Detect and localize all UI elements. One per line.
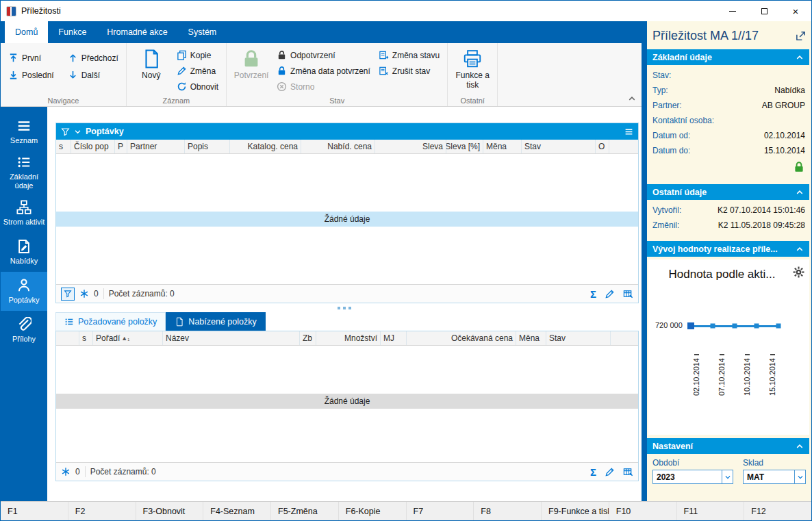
section-title: Ostatní údaje (652, 188, 707, 197)
column-header[interactable]: Stav (522, 140, 596, 153)
maximize-button[interactable] (748, 1, 780, 21)
pencil-icon (177, 66, 187, 76)
change-state-button[interactable]: Změna stavu (377, 48, 442, 62)
chevron-down-icon[interactable] (74, 128, 81, 136)
column-header[interactable]: Partner (127, 140, 185, 153)
column-header[interactable]: Stav (546, 331, 611, 345)
state-cancel-icon (379, 66, 389, 76)
sidebar-item-nabidky[interactable]: Nabídky (1, 233, 47, 272)
column-header[interactable]: Nabíd. cena (301, 140, 375, 153)
fkey-f3[interactable]: F3-Obnovit (136, 502, 204, 520)
field-vytvoril: Vytvořil:K2 07.10.2014 15:01:46 (652, 203, 805, 218)
filter-toggle-button[interactable] (61, 288, 75, 301)
fkey-f12[interactable]: F12 (744, 502, 811, 520)
sum-sigma-icon[interactable]: Σ (590, 467, 596, 477)
ribbon-tab-system[interactable]: Systém (178, 21, 227, 43)
fkey-f5[interactable]: F5-Změna (271, 502, 339, 520)
ribbon-collapse-chevron-icon[interactable] (628, 94, 636, 103)
column-header[interactable]: Sleva (375, 140, 446, 153)
section-header-nastaveni[interactable]: Nastavení (647, 438, 809, 454)
fkey-f10[interactable]: F10 (609, 502, 677, 520)
tab-nabizene-polozky[interactable]: Nabízené položky (166, 312, 265, 331)
column-header[interactable]: MJ (381, 331, 407, 345)
ribbon-tab-domu[interactable]: Domů (5, 21, 48, 43)
storno-label: Storno (290, 82, 314, 92)
column-header[interactable]: Množství (316, 331, 381, 345)
sidebar-item-seznam[interactable]: Seznam (1, 112, 47, 151)
chevron-up-icon[interactable] (796, 188, 804, 196)
fkey-f1[interactable]: F1 (1, 502, 68, 520)
gear-icon[interactable] (793, 266, 804, 278)
copy-button[interactable]: Kopie (175, 48, 220, 62)
last-record-button[interactable]: Poslední (6, 68, 56, 82)
filter-funnel-icon[interactable] (61, 127, 70, 136)
sort-indicator: ▲₁ (121, 335, 129, 342)
column-header[interactable]: Katalog. cena (230, 140, 301, 153)
sidebar-item-strom-aktivit[interactable]: Strom aktivit (1, 194, 47, 233)
refresh-button[interactable]: Obnovit (175, 79, 220, 94)
combo-dropdown-button[interactable] (722, 470, 733, 483)
group-label-stav: Stav (227, 97, 447, 105)
column-header[interactable]: s (79, 331, 93, 345)
sidebar-item-zakladni-udaje[interactable]: Základní údaje (1, 151, 47, 194)
settings-fields: Období 2023 Sklad MAT (647, 454, 811, 484)
vertical-splitter[interactable] (642, 21, 647, 501)
unconfirm-button[interactable]: Odpotvrzení (275, 48, 372, 62)
panel-menu-icon[interactable] (624, 127, 633, 136)
warehouse-combobox[interactable]: MAT (743, 470, 806, 484)
column-header[interactable]: Sleva [%] (446, 140, 483, 153)
section-header-zakladni-udaje[interactable]: Základní údaje (647, 49, 809, 65)
next-record-button[interactable]: Další (66, 68, 120, 82)
column-header[interactable]: Zb (300, 331, 316, 345)
change-label: Změna (190, 66, 216, 76)
column-header[interactable]: O (596, 140, 609, 153)
fkey-f8[interactable]: F8 (474, 502, 542, 520)
column-header[interactable]: Měna (516, 331, 546, 345)
expand-panel-icon[interactable] (796, 31, 806, 41)
column-header[interactable]: Očekávaná cena (407, 331, 516, 345)
fkey-f6[interactable]: F6-Kopie (339, 502, 407, 520)
section-header-vyvoj-hodnoty[interactable]: Vývoj hodnoty realizace příle... (647, 241, 809, 257)
ribbon-tab-hromadne-akce[interactable]: Hromadné akce (97, 21, 177, 43)
section-header-ostatni-udaje[interactable]: Ostatní údaje (647, 184, 809, 200)
column-header[interactable]: Popis (185, 140, 230, 153)
sidebar-item-prilohy[interactable]: Přílohy (1, 311, 47, 350)
tab-pozadovane-polozky[interactable]: Požadované položky (55, 312, 166, 331)
combo-dropdown-button[interactable] (794, 470, 805, 483)
table-edit-icon[interactable] (623, 467, 633, 477)
fkey-f9[interactable]: F9-Funkce a tisk (542, 502, 609, 520)
cancel-state-button[interactable]: Zrušit stav (377, 64, 442, 78)
functions-print-button[interactable]: Funkce a tisk (453, 47, 492, 90)
sum-sigma-icon[interactable]: Σ (590, 289, 596, 299)
new-button[interactable]: Nový (132, 47, 170, 94)
change-button[interactable]: Změna (175, 64, 220, 78)
sidebar-item-poptavky[interactable]: Poptávky (1, 272, 47, 311)
chevron-up-icon[interactable] (796, 245, 804, 253)
column-header[interactable]: Číslo pop (71, 140, 115, 153)
minimize-button[interactable] (717, 1, 748, 21)
fkey-f11[interactable]: F11 (677, 502, 745, 520)
change-confirm-date-button[interactable]: Změna data potvrzení (275, 64, 372, 78)
edit-pencil-icon[interactable] (605, 289, 615, 299)
detail-panel: Příležitost MA 1//17 Základní údaje Stav… (647, 21, 811, 501)
first-record-button[interactable]: První (6, 51, 56, 65)
edit-pencil-icon[interactable] (605, 467, 615, 477)
maximize-icon (761, 8, 767, 14)
column-header[interactable]: Název (163, 331, 300, 345)
fkey-f2[interactable]: F2 (68, 502, 136, 520)
fkey-f7[interactable]: F7 (407, 502, 474, 520)
table-edit-icon[interactable] (623, 289, 633, 299)
column-header[interactable]: s (56, 140, 71, 153)
column-header-sorted[interactable]: Pořadí▲₁ (93, 331, 163, 345)
column-header[interactable]: Měna (483, 140, 522, 153)
chevron-up-icon[interactable] (796, 53, 804, 62)
ribbon-tab-funkce[interactable]: Funkce (48, 21, 97, 43)
previous-record-button[interactable]: Předchozí (66, 51, 120, 65)
horizontal-splitter[interactable] (47, 303, 642, 312)
column-header[interactable]: P (115, 140, 127, 153)
chevron-up-icon[interactable] (796, 442, 804, 450)
fkey-f4[interactable]: F4-Seznam (203, 502, 271, 520)
close-button[interactable]: × (780, 1, 811, 21)
period-combobox[interactable]: 2023 (652, 470, 733, 484)
sidebar-item-label: Nabídky (10, 257, 38, 266)
